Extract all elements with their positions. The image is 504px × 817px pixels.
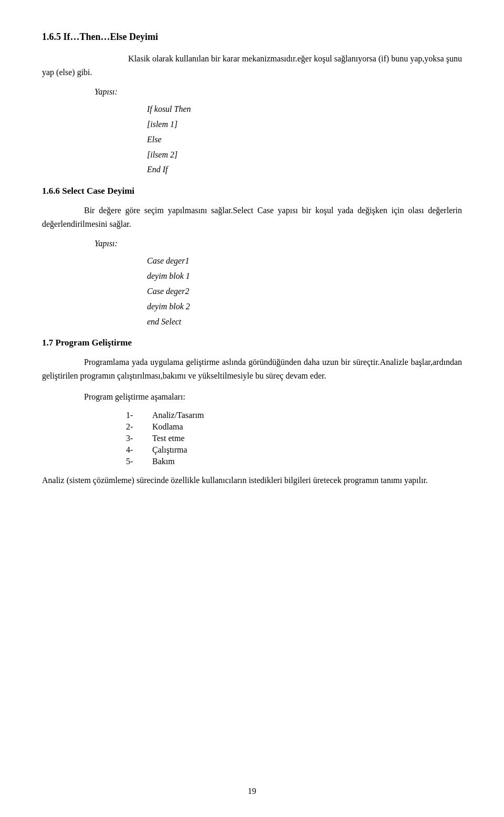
section-165-yapisi-label: Yapısı:: [94, 87, 462, 97]
code-line-6: Case deger1: [147, 254, 462, 269]
section-166-heading: 1.6.6 Select Case Deyimi: [42, 186, 462, 196]
section-166-para1: Bir değere göre seçim yapılmasını sağlar…: [42, 204, 462, 231]
section-166-para1-indent: Bir değere göre seçim yapılmasını sağlar…: [84, 206, 233, 215]
list-text-1: Analiz/Tasarım: [152, 411, 204, 420]
section-17-list: 1- Analiz/Tasarım 2- Kodlama 3- Test etm…: [42, 411, 462, 466]
list-item: 4- Çalıştırma: [126, 445, 462, 455]
section-165-heading: 1.6.5 If…Then…Else Deyimi: [42, 32, 462, 43]
code-line-4: [ilsem 2]: [147, 148, 462, 163]
page: 1.6.5 If…Then…Else Deyimi Klasik olarak …: [0, 0, 504, 817]
section-17-para1: Programlama yada uygulama geliştirme asl…: [42, 355, 462, 382]
code-line-10: end Select: [147, 315, 462, 330]
section-166-yapisi-label: Yapısı:: [94, 239, 462, 248]
list-num-3: 3-: [126, 434, 152, 443]
section-17-heading: 1.7 Program Geliştirme: [42, 338, 462, 348]
section-165-code: If kosul Then [islem 1] Else [ilsem 2] E…: [147, 102, 462, 177]
code-line-3: Else: [147, 132, 462, 148]
section-17-analiz: Analiz (sistem çözümleme) sürecinde özel…: [42, 474, 462, 487]
list-text-5: Bakım: [152, 457, 175, 466]
list-item: 2- Kodlama: [126, 422, 462, 432]
section-166-yapisi: Yapısı: Case deger1 deyim blok 1 Case de…: [94, 239, 462, 329]
list-num-2: 2-: [126, 422, 152, 432]
list-item: 5- Bakım: [126, 457, 462, 466]
section-165-yapisi: Yapısı: If kosul Then [islem 1] Else [il…: [94, 87, 462, 177]
section-165-intro-indent: Klasik olarak kullanılan bir karar mekan…: [128, 54, 297, 63]
list-num-5: 5-: [126, 457, 152, 466]
code-line-1: If kosul Then: [147, 102, 462, 117]
code-line-8: Case deger2: [147, 284, 462, 299]
section-166: 1.6.6 Select Case Deyimi Bir değere göre…: [42, 186, 462, 329]
code-line-2: [islem 1]: [147, 117, 462, 132]
list-num-1: 1-: [126, 411, 152, 420]
code-line-9: deyim blok 2: [147, 299, 462, 315]
list-text-2: Kodlama: [152, 422, 183, 432]
list-num-4: 4-: [126, 445, 152, 455]
list-item: 1- Analiz/Tasarım: [126, 411, 462, 420]
code-line-5: End If: [147, 162, 462, 177]
list-text-4: Çalıştırma: [152, 445, 187, 455]
section-165-intro: Klasik olarak kullanılan bir karar mekan…: [42, 52, 462, 79]
page-number: 19: [248, 787, 256, 796]
list-text-3: Test etme: [152, 434, 185, 443]
section-17-para1-indent: Programlama yada uygulama geliştirme asl…: [84, 358, 380, 366]
list-item: 3- Test etme: [126, 434, 462, 443]
section-17: 1.7 Program Geliştirme Programlama yada …: [42, 338, 462, 487]
code-line-7: deyim blok 1: [147, 269, 462, 284]
section-17-program-label: Program geliştirme aşamaları:: [84, 390, 462, 404]
section-165: 1.6.5 If…Then…Else Deyimi Klasik olarak …: [42, 32, 462, 177]
section-166-code: Case deger1 deyim blok 1 Case deger2 dey…: [147, 254, 462, 329]
